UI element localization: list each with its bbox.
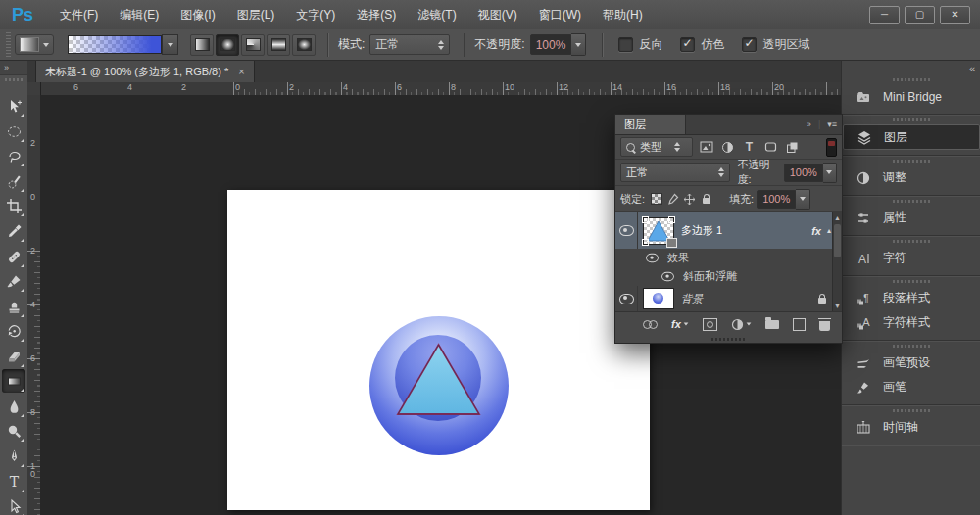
layer-opacity-dropdown[interactable] <box>823 163 837 183</box>
reflected-gradient-button[interactable] <box>267 34 290 56</box>
drag-handle-icon[interactable] <box>893 280 930 283</box>
tool-clone-stamp[interactable] <box>2 295 25 318</box>
filter-shape-layers-icon[interactable] <box>762 139 779 155</box>
blend-mode-select[interactable]: 正常 <box>620 163 730 182</box>
document-tab[interactable]: 未标题-1 @ 100% (多边形 1, RGB/8) * × <box>35 61 255 82</box>
drag-handle-icon[interactable] <box>893 160 930 163</box>
dock-item-layers[interactable]: 图层 <box>843 124 980 150</box>
menu-help[interactable]: 帮助(H) <box>592 0 654 29</box>
dock-item-adjustments[interactable]: 调整 <box>842 165 980 190</box>
tool-eraser[interactable] <box>2 345 25 368</box>
collapse-panel-icon[interactable]: » <box>807 119 811 129</box>
collapse-effects-icon[interactable]: ▴ <box>827 226 831 235</box>
radial-gradient-button[interactable] <box>216 34 239 56</box>
tool-healing-brush[interactable] <box>2 245 25 268</box>
scrollbar-thumb[interactable] <box>834 224 841 258</box>
layer-name[interactable]: 背景 <box>681 292 703 306</box>
left-double-arrow-icon[interactable]: « <box>969 63 975 74</box>
layer-name[interactable]: 多边形 1 <box>681 223 722 238</box>
layers-scrollbar[interactable]: ▲ ▼ <box>832 212 842 311</box>
tool-gradient[interactable] <box>2 369 25 393</box>
tool-pen[interactable] <box>2 445 25 468</box>
tool-elliptical-marquee[interactable] <box>2 119 25 143</box>
tool-history-brush[interactable] <box>2 319 25 343</box>
lock-image-pixels-icon[interactable] <box>665 192 680 207</box>
reverse-checkbox[interactable] <box>618 37 633 52</box>
fill-dropdown[interactable] <box>796 189 810 210</box>
minimize-button[interactable]: ─ <box>869 6 900 24</box>
layer-thumbnail[interactable] <box>644 289 673 308</box>
filter-pixel-layers-icon[interactable] <box>698 139 714 155</box>
tool-dodge[interactable] <box>2 419 25 443</box>
opacity-dropdown[interactable] <box>571 33 586 56</box>
lock-position-icon[interactable] <box>682 192 697 207</box>
tool-crop[interactable] <box>2 194 25 217</box>
drag-handle-icon[interactable] <box>893 78 930 81</box>
dither-checkbox[interactable] <box>680 37 695 52</box>
diamond-gradient-button[interactable] <box>292 34 316 56</box>
drag-handle-icon[interactable] <box>893 118 930 121</box>
mode-select[interactable]: 正常 <box>369 34 450 55</box>
link-layers-icon[interactable] <box>643 320 658 329</box>
drag-handle-icon[interactable] <box>893 200 930 203</box>
eye-icon[interactable] <box>662 272 674 281</box>
dock-item-brush[interactable]: 画笔 <box>842 375 980 399</box>
fx-badge[interactable]: fx <box>811 225 821 237</box>
ruler-origin-box[interactable] <box>27 82 41 96</box>
filter-type-select[interactable]: 类型 <box>620 137 693 157</box>
layer-styles-icon[interactable]: fx <box>671 318 689 330</box>
menu-view[interactable]: 视图(V) <box>467 0 528 29</box>
menu-file[interactable]: 文件(F) <box>49 0 109 29</box>
document-canvas[interactable] <box>227 190 650 510</box>
layer-row-bevel-emboss[interactable]: 斜面和浮雕 <box>615 267 833 286</box>
tool-path-selection[interactable] <box>2 494 25 515</box>
dock-item-properties[interactable]: 属性 <box>842 206 980 230</box>
tool-quick-selection[interactable] <box>2 169 25 193</box>
tool-move[interactable] <box>2 94 25 117</box>
layer-thumbnail[interactable] <box>644 218 673 244</box>
tab-close-icon[interactable]: × <box>238 66 244 77</box>
dock-item-timeline[interactable]: 时间轴 <box>842 415 980 440</box>
filter-adjustment-layers-icon[interactable] <box>719 139 736 155</box>
filter-switch-icon[interactable] <box>826 138 837 157</box>
add-layer-mask-icon[interactable] <box>703 318 717 331</box>
filter-smart-objects-icon[interactable] <box>784 139 801 155</box>
dock-item-paragraph-styles[interactable]: ¶ 段落样式 <box>842 286 980 310</box>
delete-layer-icon[interactable] <box>819 318 830 331</box>
opacity-value[interactable]: 100% <box>530 34 572 55</box>
dock-item-character[interactable]: A 字符 <box>842 246 980 270</box>
menu-filter[interactable]: 滤镜(T) <box>407 0 466 29</box>
panel-menu-icon[interactable]: ▾≡ <box>827 119 837 129</box>
layer-row-background[interactable]: 背景 <box>615 286 833 311</box>
new-adjustment-layer-icon[interactable] <box>731 318 752 331</box>
filter-type-layers-icon[interactable]: T <box>741 139 758 155</box>
drag-handle-icon[interactable] <box>893 240 930 243</box>
tool-brush[interactable] <box>2 269 25 293</box>
menu-edit[interactable]: 编辑(E) <box>109 0 170 29</box>
new-group-icon[interactable] <box>765 320 779 329</box>
gradient-picker-dropdown[interactable] <box>162 34 178 55</box>
eye-icon[interactable] <box>646 254 659 262</box>
dock-item-mini-bridge[interactable]: Mini Bridge <box>842 84 980 109</box>
layers-panel-tab[interactable]: 图层 <box>615 115 686 134</box>
tool-lasso[interactable] <box>2 144 25 167</box>
menu-layer[interactable]: 图层(L) <box>226 0 286 29</box>
linear-gradient-button[interactable] <box>190 34 214 56</box>
dock-item-brush-presets[interactable]: 画笔预设 <box>842 351 980 375</box>
gradient-editor-preview[interactable] <box>68 35 162 54</box>
tool-preset-picker[interactable] <box>15 34 54 55</box>
close-button[interactable]: ✕ <box>940 6 970 24</box>
fill-value[interactable]: 100% <box>757 190 796 209</box>
lock-all-icon[interactable] <box>699 192 713 207</box>
panel-resize-handle[interactable] <box>615 336 842 343</box>
new-layer-icon[interactable] <box>793 318 806 331</box>
tool-eyedropper[interactable] <box>2 219 25 243</box>
drag-handle-icon[interactable] <box>893 409 930 412</box>
layer-row-polygon-1[interactable]: 多边形 1 fx ▴ <box>615 212 833 249</box>
angle-gradient-button[interactable] <box>241 34 265 56</box>
dock-item-character-styles[interactable]: A 字符样式 <box>842 310 980 335</box>
menu-image[interactable]: 图像(I) <box>170 0 225 29</box>
menu-select[interactable]: 选择(S) <box>346 0 407 29</box>
menu-type[interactable]: 文字(Y) <box>285 0 346 29</box>
tool-blur[interactable] <box>2 395 25 418</box>
